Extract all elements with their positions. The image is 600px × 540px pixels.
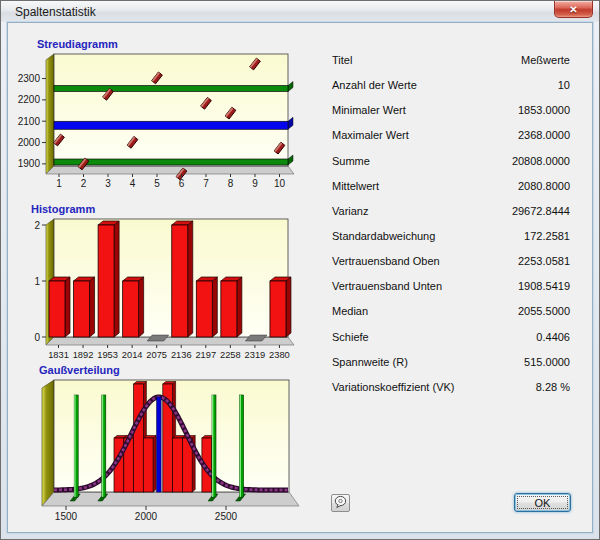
stat-row: Spannweite (R)515.0000 <box>332 356 570 381</box>
stat-label: Minimaler Wert <box>332 104 406 116</box>
svg-text:10: 10 <box>274 178 286 189</box>
stat-label: Titel <box>332 54 352 66</box>
stat-row: Median2055.5000 <box>332 305 570 330</box>
stat-row: Varianz29672.8444 <box>332 205 570 230</box>
svg-text:6: 6 <box>179 178 185 189</box>
stat-row: Vertrauensband Oben2253.0581 <box>332 255 570 280</box>
speech-bubble-icon <box>333 495 348 509</box>
svg-text:2258: 2258 <box>220 350 241 360</box>
svg-text:1500: 1500 <box>55 511 78 522</box>
speech-bubble-button[interactable] <box>331 494 350 512</box>
svg-text:2200: 2200 <box>18 94 41 105</box>
dialog-client-area: Streudiagramm 19002000210022002300123456… <box>7 22 593 533</box>
svg-text:2: 2 <box>81 178 87 189</box>
svg-text:2500: 2500 <box>215 511 238 522</box>
scatter-chart: 1900200021002200230012345678910 <box>8 46 316 198</box>
stat-value: 515.0000 <box>524 356 570 368</box>
stat-label: Median <box>332 305 368 317</box>
stat-row: TitelMeßwerte <box>332 54 570 79</box>
svg-text:2: 2 <box>34 220 40 231</box>
stat-label: Summe <box>332 155 370 167</box>
window-title: Spaltenstatistik <box>15 5 96 19</box>
svg-text:7: 7 <box>203 178 209 189</box>
title-bar[interactable]: Spaltenstatistik ✕ <box>1 1 599 22</box>
stat-value: 1853.0000 <box>518 104 570 116</box>
close-button[interactable]: ✕ <box>554 1 593 18</box>
stat-value: 2080.8000 <box>518 180 570 192</box>
dialog-window: Spaltenstatistik ✕ Streudiagramm 1900200… <box>0 0 600 540</box>
stat-row: Anzahl der Werte10 <box>332 79 570 104</box>
stat-label: Vertrauensband Oben <box>332 255 440 267</box>
svg-text:1: 1 <box>56 178 62 189</box>
stat-value: 20808.0000 <box>512 155 570 167</box>
svg-text:2014: 2014 <box>122 350 143 360</box>
stat-value: 172.2581 <box>524 230 570 242</box>
stat-label: Variationskoeffizient (VK) <box>332 381 454 393</box>
svg-text:1953: 1953 <box>97 350 118 360</box>
svg-text:2380: 2380 <box>269 350 290 360</box>
stat-label: Spannweite (R) <box>332 356 408 368</box>
gauss-chart: 150020002500 <box>8 373 318 535</box>
stat-value: 10 <box>558 79 570 91</box>
svg-text:4: 4 <box>130 178 136 189</box>
stat-row: Standardabweichung172.2581 <box>332 230 570 255</box>
statistics-panel: TitelMeßwerteAnzahl der Werte10Minimaler… <box>332 54 570 406</box>
svg-text:2075: 2075 <box>146 350 167 360</box>
stat-value: 29672.8444 <box>512 205 570 217</box>
svg-text:0: 0 <box>34 332 40 343</box>
svg-text:2300: 2300 <box>18 73 41 84</box>
svg-text:2000: 2000 <box>18 137 41 148</box>
stat-row: Mittelwert2080.8000 <box>332 180 570 205</box>
stat-value: 2055.5000 <box>518 305 570 317</box>
stat-row: Variationskoeffizient (VK)8.28 % <box>332 381 570 406</box>
close-icon: ✕ <box>569 4 577 15</box>
stat-label: Vertrauensband Unten <box>332 280 442 292</box>
svg-text:8: 8 <box>228 178 234 189</box>
svg-text:3: 3 <box>105 178 111 189</box>
stat-row: Minimaler Wert1853.0000 <box>332 104 570 129</box>
svg-text:2136: 2136 <box>171 350 192 360</box>
stat-value: 1908.5419 <box>518 280 570 292</box>
histogram-chart: 0121831189219532014207521362197225823192… <box>8 213 316 365</box>
stat-value: 2253.0581 <box>518 255 570 267</box>
stat-value: Meßwerte <box>521 54 570 66</box>
svg-text:2000: 2000 <box>135 511 158 522</box>
stat-row: Summe20808.0000 <box>332 155 570 180</box>
svg-text:2319: 2319 <box>245 350 266 360</box>
svg-text:1900: 1900 <box>18 158 41 169</box>
stat-value: 8.28 % <box>536 381 570 393</box>
svg-text:1892: 1892 <box>73 350 94 360</box>
svg-text:1: 1 <box>34 276 40 287</box>
stat-label: Standardabweichung <box>332 230 435 242</box>
stat-row: Vertrauensband Unten1908.5419 <box>332 280 570 305</box>
stat-label: Mittelwert <box>332 180 379 192</box>
stat-label: Schiefe <box>332 331 369 343</box>
ok-button-label: OK <box>517 496 568 509</box>
svg-text:9: 9 <box>252 178 258 189</box>
stat-row: Schiefe0.4406 <box>332 331 570 356</box>
stat-label: Varianz <box>332 205 368 217</box>
svg-text:2197: 2197 <box>195 350 216 360</box>
stat-value: 0.4406 <box>536 331 570 343</box>
svg-text:5: 5 <box>154 178 160 189</box>
stat-label: Anzahl der Werte <box>332 79 417 91</box>
svg-text:2100: 2100 <box>18 116 41 127</box>
stat-row: Maximaler Wert2368.0000 <box>332 129 570 154</box>
stat-label: Maximaler Wert <box>332 129 409 141</box>
stat-value: 2368.0000 <box>518 129 570 141</box>
ok-button[interactable]: OK <box>514 493 571 512</box>
svg-text:1831: 1831 <box>48 350 69 360</box>
